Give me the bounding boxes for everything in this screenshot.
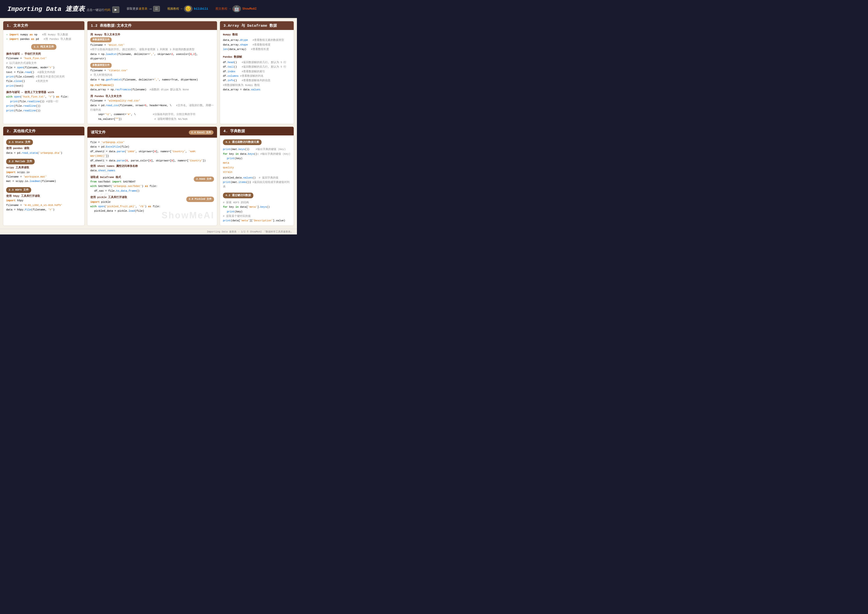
header: Importing Data 速查表 点击一键运行代码 ▶ 获取更多速查表 → … <box>0 0 297 18</box>
main-content: 1. 文本文件 › import numpy as np #用 Numpy 导入… <box>0 18 297 229</box>
run-code-btn[interactable]: ▶ <box>112 6 119 13</box>
single-type-label: 单数据类型文件 <box>90 37 112 42</box>
watermark: ShowMeAI <box>161 210 214 221</box>
footer-text: Importing Data 速查表 - 1/2 © ShowMeAI 『数据科… <box>207 230 293 233</box>
section-read-write: 读写文件 2.4 Excel 文件 file = 'urbanpop.xlsx'… <box>87 126 217 226</box>
footer: Importing Data 速查表 - 1/2 © ShowMeAI 『数据科… <box>0 229 297 235</box>
section1-header: 1. 文本文件 <box>3 21 84 30</box>
section4-header: 2. 其他格式文件 <box>3 127 84 135</box>
showme-icon: 🤖 <box>232 5 241 12</box>
section4-content: 2.1 Stata 文件 使用 pandas 读取 data = pd.read… <box>3 135 84 215</box>
multi-type-label: 多数据类型文件 <box>90 63 112 68</box>
section6-header: 4. 字典数据 <box>220 127 294 135</box>
subsection-stata: 2.1 Stata 文件 <box>6 139 33 145</box>
section1-content: › import numpy as np #用 Numpy 导入数据 › imp… <box>3 30 84 115</box>
section-other-formats: 2. 其他格式文件 2.1 Stata 文件 使用 pandas 读取 data… <box>3 126 85 226</box>
subsection-hdf5: 2.3 HDF5 文件 <box>6 187 31 193</box>
section3-content: Numpy 数组 data_array.dtype #查看数组元素的数据类型 d… <box>220 30 294 95</box>
excel-label: 2.4 Excel 文件 <box>189 130 214 135</box>
section-array-dataframe: 3.Array 与 Dataframe 数据 Numpy 数组 data_arr… <box>220 21 294 124</box>
cheatsheet-icon[interactable]: ☰ <box>153 6 160 12</box>
subsection-matlab: 2.2 Matlab 文件 <box>6 159 35 165</box>
subsection-plain-text: 1.1 纯文本文件 <box>31 44 56 50</box>
section-dict-data: 4. 字典数据 4.1 通过函数访问数据元素 print(mat.keys())… <box>220 126 294 226</box>
subsection-func-access: 4.1 通过函数访问数据元素 <box>223 139 262 145</box>
section3-header: 3.Array 与 Dataframe 数据 <box>220 21 294 30</box>
section2-header: 1.2 表格数据:文本文件 <box>87 21 217 30</box>
section6-content: 4.1 通过函数访问数据元素 print(mat.keys()) #输出字典的键… <box>220 135 294 225</box>
section-text-files: 1. 文本文件 › import numpy as np #用 Numpy 导入… <box>3 21 85 124</box>
watermark-side: ShowMeAI <box>97 136 112 201</box>
sas-label: 2.5SAS 文件 <box>194 177 214 182</box>
bilibili-icon: 😊 <box>184 5 192 12</box>
header-title: Importing Data 速查表 点击一键运行代码 ▶ <box>8 5 119 13</box>
section-tabular-text: 1.2 表格数据:文本文件 用 Numpy 导入文本文件 单数据类型文件 fil… <box>87 21 217 124</box>
section2-content: 用 Numpy 导入文本文件 单数据类型文件 filename = 'mnist… <box>87 30 217 124</box>
pickled-label: 2.6 Pickled 文件 <box>186 197 214 202</box>
subsection-key-access: 4.2 通过键访问数据 <box>223 193 253 198</box>
